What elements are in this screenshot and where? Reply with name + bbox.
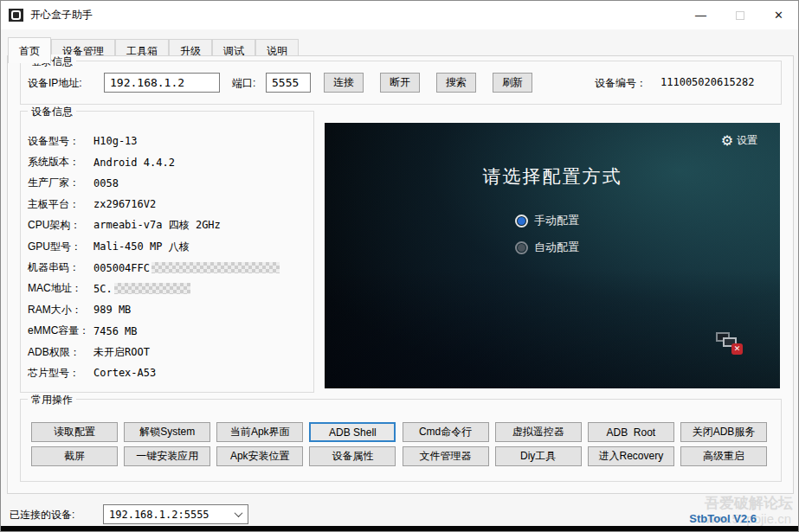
port-input[interactable] (266, 73, 311, 93)
close-adb-service-button[interactable]: 关闭ADB服务 (680, 422, 767, 442)
enter-recovery-button[interactable]: 进入Recovery (588, 446, 674, 466)
cmd-line-button[interactable]: Cmd命令行 (403, 422, 489, 442)
tab-home[interactable]: 首页 (8, 37, 51, 63)
search-button[interactable]: 搜索 (436, 73, 476, 93)
radio-option-label: 自动配置 (534, 240, 579, 255)
device-info-row-manufacturer: 生产厂家：0058 (28, 173, 308, 194)
one-key-install-button[interactable]: 一键安装应用 (124, 446, 210, 466)
radio-option-auto-config[interactable]: 自动配置 (515, 240, 590, 255)
device-info-value: H10g-13 (93, 135, 138, 147)
file-manager-button[interactable]: 文件管理器 (403, 446, 489, 466)
connected-devices-label: 已连接的设备: (10, 508, 74, 522)
connect-button[interactable]: 连接 (324, 73, 364, 93)
window-controls: — ✕ (681, 1, 798, 29)
device-info-label: 芯片型号： (28, 366, 93, 381)
login-info-group: 登录信息 设备IP地址: 端口: 连接断开搜索刷新 设备编号： 11100502… (20, 61, 782, 105)
device-screen-preview[interactable]: ⚙ 设置 请选择配置方式 手动配置自动配置 ✕ (325, 123, 780, 388)
device-info-row-adb-permission: ADB权限：未开启ROOT (28, 342, 308, 362)
minimize-button[interactable]: — (681, 1, 720, 29)
connected-devices-select[interactable]: 192.168.1.2:5555 (103, 504, 248, 524)
virtual-remote-button[interactable]: 虚拟遥控器 (495, 422, 582, 442)
maximize-button[interactable] (720, 1, 759, 29)
device-info-value: 未开启ROOT (93, 345, 150, 360)
device-number-value: 111005020615282 (660, 76, 754, 88)
device-info-rows: 设备型号：H10g-13系统版本：Android 4.4.2生产厂家：0058主… (28, 131, 308, 384)
radio-option-label: 手动配置 (534, 213, 579, 228)
redaction-mosaic (114, 283, 190, 294)
radio-option-manual-config[interactable]: 手动配置 (515, 213, 590, 228)
adb-root-button[interactable]: ADB Root (588, 422, 674, 442)
preview-settings-button[interactable]: ⚙ 设置 (721, 132, 757, 149)
unlock-system-button[interactable]: 解锁System (124, 422, 210, 442)
advanced-reboot-button[interactable]: 高级重启 (680, 446, 767, 466)
device-info-label: eMMC容量： (28, 324, 93, 338)
device-info-row-emmc-capacity: eMMC容量：7456 MB (28, 321, 308, 342)
device-info-row-mac-address: MAC地址：5C. (28, 279, 308, 299)
config-options: 手动配置自动配置 (325, 213, 780, 255)
redaction-mosaic (151, 262, 280, 273)
device-info-label: MAC地址： (28, 281, 93, 296)
device-info-row-gpu-model: GPU型号：Mali-450 MP 八核 (28, 236, 308, 257)
common-operations-label: 常用操作 (28, 393, 76, 407)
titlebar: 开心盒子助手 — ✕ (1, 1, 798, 29)
maximize-icon (736, 11, 744, 20)
screenshot-button[interactable]: 截屏 (31, 446, 118, 466)
device-info-value: 989 MB (93, 304, 131, 316)
device-info-group: 设备信息 设备型号：H10g-13系统版本：Android 4.4.2生产厂家：… (20, 111, 314, 393)
device-info-row-model: 设备型号：H10g-13 (28, 131, 308, 151)
display-disconnected-icon: ✕ (716, 332, 744, 356)
port-label: 端口: (232, 76, 255, 91)
operation-buttons-row-2: 截屏一键安装应用Apk安装位置设备属性文件管理器Diy工具进入Recovery高… (31, 446, 767, 466)
device-info-value: Cortex-A53 (93, 367, 156, 379)
diy-tools-button[interactable]: Diy工具 (495, 446, 582, 466)
device-info-value: 7456 MB (93, 325, 138, 337)
ip-label: 设备IP地址: (28, 76, 82, 91)
settings-label: 设置 (737, 133, 757, 148)
close-button[interactable]: ✕ (759, 1, 798, 29)
device-info-label: GPU型号： (28, 240, 93, 254)
device-info-value: 0058 (93, 177, 119, 189)
device-info-value: 005004FFC (93, 262, 150, 274)
device-info-group-label: 设备信息 (28, 105, 76, 119)
device-info-label: ADB权限： (28, 345, 93, 360)
apk-install-location-button[interactable]: Apk安装位置 (216, 446, 303, 466)
read-config-button[interactable]: 读取配置 (31, 422, 118, 442)
gear-icon: ⚙ (721, 132, 733, 149)
disconnect-button[interactable]: 断开 (380, 73, 420, 93)
device-info-label: 设备型号： (28, 134, 93, 149)
device-info-label: 机器串码： (28, 260, 93, 275)
window-title: 开心盒子助手 (30, 8, 93, 22)
device-info-value: zx296716V2 (93, 198, 156, 210)
device-properties-button[interactable]: 设备属性 (309, 446, 396, 466)
operation-buttons: 读取配置解锁System当前Apk界面ADB ShellCmd命令行虚拟遥控器A… (31, 422, 767, 466)
device-info-value: Android 4.4.2 (93, 157, 175, 169)
device-info-row-cpu-arch: CPU架构：armeabi-v7a 四核 2GHz (28, 215, 308, 236)
preview-title: 请选择配置方式 (325, 164, 780, 189)
device-info-value: armeabi-v7a 四核 2GHz (93, 218, 221, 233)
refresh-button[interactable]: 刷新 (493, 73, 532, 93)
device-info-value: Mali-450 MP 八核 (93, 240, 190, 254)
watermark-forum-name: 吾爱破解论坛 (705, 493, 793, 513)
device-info-value: 5C. (93, 283, 113, 295)
app-window: 开心盒子助手 — ✕ 首页设备管理工具箱升级调试说明 登录信息 设备IP地址: … (0, 0, 799, 532)
chevron-down-icon (229, 511, 248, 517)
radio-unselected-icon (515, 241, 528, 254)
device-info-row-serial-number: 机器串码：005004FFC (28, 257, 308, 278)
watermark-tool-version: StbTool V2.6 (689, 512, 757, 525)
device-info-label: 系统版本： (28, 155, 93, 170)
radio-selected-icon (515, 215, 528, 228)
app-icon (9, 9, 23, 22)
operation-buttons-row-1: 读取配置解锁System当前Apk界面ADB ShellCmd命令行虚拟遥控器A… (31, 422, 767, 442)
device-info-label: RAM大小： (28, 303, 93, 317)
connected-device-value: 192.168.1.2:5555 (104, 509, 229, 521)
device-info-label: 主板平台： (28, 197, 93, 212)
device-info-row-board-platform: 主板平台：zx296716V2 (28, 194, 308, 215)
current-apk-button[interactable]: 当前Apk界面 (216, 422, 303, 442)
window-bottom-edge (1, 526, 798, 531)
device-number-label: 设备编号： (595, 76, 647, 91)
ip-input[interactable] (104, 73, 220, 93)
device-info-label: 生产厂家： (28, 176, 93, 190)
common-operations-group: 常用操作 读取配置解锁System当前Apk界面ADB ShellCmd命令行虚… (20, 399, 782, 482)
red-x-badge: ✕ (731, 343, 743, 355)
adb-shell-button[interactable]: ADB Shell (309, 422, 396, 442)
